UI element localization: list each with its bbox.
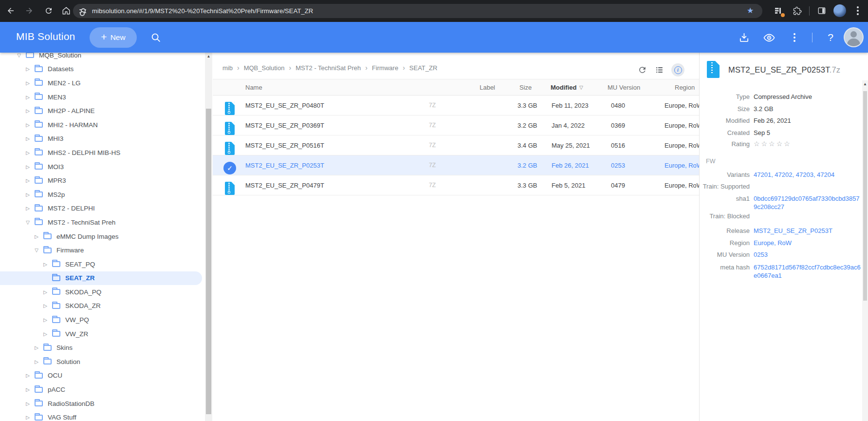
list-view-icon[interactable] [654, 65, 664, 75]
chevron-right-icon[interactable] [24, 206, 32, 211]
sidebar-item-mqb-solution[interactable]: MQB_Solution [0, 53, 205, 62]
sidebar-item-mpr3[interactable]: MPR3 [0, 173, 205, 188]
file-name[interactable]: MST2_EU_SE_ZR_P0253T [245, 162, 324, 169]
bookmark-star-icon[interactable]: ★ [747, 6, 754, 15]
meta-hash-link[interactable]: 6752d8171d567f82ccf7cdbc8ec39ac6e0667ea1 [754, 263, 863, 280]
sidebar-item-ms2p[interactable]: MS2p [0, 188, 205, 202]
url-text[interactable]: mibsolution.one/#/1/9/MST2%20-%20TechniS… [92, 7, 313, 15]
sidebar-item-skoda-pq[interactable]: SKODA_PQ [0, 285, 205, 299]
sidebar-item-mst2-delphi[interactable]: MST2 - DELPHI [0, 202, 205, 216]
column-header-modified[interactable]: Modified [551, 84, 576, 91]
search-icon[interactable] [150, 32, 162, 43]
release-link[interactable]: MST2_EU_SE_ZR_P0253T [754, 227, 863, 235]
sidebar-item-vw-zr[interactable]: VW_ZR [0, 327, 205, 341]
reload-icon[interactable] [43, 5, 55, 17]
chevron-right-icon[interactable] [41, 317, 49, 323]
sidebar-item-vw-pq[interactable]: VW_PQ [0, 313, 205, 327]
file-name[interactable]: MST2_EU_SE_ZR_P0479T [245, 182, 324, 189]
breadcrumb-item[interactable]: Firmware [372, 64, 398, 72]
chevron-right-icon[interactable] [24, 95, 32, 100]
info-toggle-button[interactable]: i [671, 63, 684, 77]
chevron-right-icon[interactable] [24, 108, 32, 114]
sort-descending-icon[interactable]: ▽ [579, 85, 583, 90]
chevron-down-icon[interactable] [33, 248, 40, 253]
browser-profile-avatar[interactable] [833, 4, 846, 17]
sidebar-item-emmc-dump-images[interactable]: eMMC Dump Images [0, 230, 205, 244]
download-icon[interactable] [738, 32, 750, 43]
side-panel-icon[interactable] [816, 5, 828, 17]
file-name[interactable]: MST2_EU_SE_ZR_P0480T [245, 102, 324, 109]
chevron-down-icon[interactable] [24, 220, 32, 225]
sidebar-item-mh2p-alpine[interactable]: MH2P - ALPINE [0, 104, 205, 118]
chevron-right-icon[interactable] [41, 303, 49, 308]
chevron-right-icon[interactable] [41, 331, 49, 337]
chevron-right-icon[interactable] [24, 387, 32, 392]
chevron-right-icon[interactable] [24, 122, 32, 128]
help-icon[interactable]: ? [825, 32, 836, 43]
file-name[interactable]: MST2_EU_SE_ZR_P0369T [245, 122, 324, 129]
sidebar-item-datasets[interactable]: Datasets [0, 62, 205, 77]
extensions-puzzle-icon[interactable] [792, 5, 803, 17]
url-bar[interactable]: mibsolution.one/#/1/9/MST2%20-%20TechniS… [73, 4, 762, 18]
chevron-right-icon[interactable] [24, 164, 32, 170]
chevron-right-icon[interactable] [24, 415, 32, 420]
site-settings-icon[interactable] [79, 7, 87, 15]
chevron-right-icon[interactable] [24, 192, 32, 197]
sidebar-item-seat-zr[interactable]: SEAT_ZR [0, 271, 202, 286]
file-row-selected[interactable]: ✓ MST2_EU_SE_ZR_P0253T 7Z 3.2 GB Feb 26,… [213, 155, 699, 175]
file-row[interactable]: MST2_EU_SE_ZR_P0369T 7Z 3.2 GB Jan 4, 20… [213, 115, 699, 135]
column-header-mu-version[interactable]: MU Version [608, 84, 640, 91]
column-header-region[interactable]: Region [675, 84, 695, 91]
sidebar-item-solution[interactable]: Solution [0, 355, 205, 369]
variants-links[interactable]: 47201, 47202, 47203, 47204 [754, 171, 863, 179]
home-icon[interactable] [60, 5, 72, 17]
sidebar-item-mhs2-delphi[interactable]: MHS2 - DELPHI MIB-HS [0, 146, 205, 160]
chevron-right-icon[interactable] [33, 345, 40, 350]
details-scrollbar[interactable]: ▲ [862, 80, 868, 421]
sidebar-scrollbar-thumb[interactable] [206, 109, 211, 414]
scroll-up-arrow-icon[interactable]: ▲ [205, 54, 212, 58]
breadcrumb-item[interactable]: MQB_Solution [244, 64, 285, 72]
breadcrumb-item[interactable]: MST2 - TechniSat Preh [295, 64, 361, 72]
extension-badge-icon[interactable] [772, 5, 784, 17]
chevron-right-icon[interactable] [33, 234, 40, 239]
sidebar-scrollbar[interactable]: ▲ [205, 53, 212, 421]
sidebar-item-men3[interactable]: MEN3 [0, 90, 205, 104]
chevron-right-icon[interactable] [24, 150, 32, 155]
sidebar-item-men2-lg[interactable]: MEN2 - LG [0, 76, 205, 90]
sidebar-item-seat-pq[interactable]: SEAT_PQ [0, 257, 205, 271]
chevron-right-icon[interactable] [33, 359, 40, 364]
sidebar-item-skins[interactable]: Skins [0, 341, 205, 355]
chevron-right-icon[interactable] [24, 178, 32, 183]
details-scrollbar-thumb[interactable] [863, 91, 867, 301]
file-row[interactable]: MST2_EU_SE_ZR_P0479T 7Z 3.3 GB Feb 5, 20… [213, 175, 699, 195]
selected-check-icon[interactable]: ✓ [223, 162, 236, 174]
chevron-right-icon[interactable] [41, 262, 49, 267]
browser-menu-icon[interactable] [852, 5, 864, 17]
sidebar-item-skoda-zr[interactable]: SKODA_ZR [0, 299, 205, 313]
rating-stars-icon[interactable]: ☆☆☆☆☆ [754, 140, 863, 148]
column-header-size[interactable]: Size [519, 84, 532, 91]
chevron-right-icon[interactable] [24, 136, 32, 141]
refresh-icon[interactable] [637, 65, 647, 75]
sidebar-item-pacc[interactable]: pACC [0, 383, 205, 397]
file-row[interactable]: MST2_EU_SE_ZR_P0480T 7Z 3.3 GB Feb 11, 2… [213, 96, 699, 115]
breadcrumb-item[interactable]: SEAT_ZR [409, 64, 438, 72]
sha1-link[interactable]: 0bdcc697129dc0765af7330bcbd38579c208cc27 [754, 194, 863, 211]
account-avatar[interactable] [844, 27, 864, 47]
sidebar-item-moi3[interactable]: MOI3 [0, 160, 205, 174]
chevron-right-icon[interactable] [24, 80, 32, 86]
sidebar-item-ocu[interactable]: OCU [0, 369, 205, 383]
region-link[interactable]: Europe, RoW [754, 239, 863, 247]
back-icon[interactable] [5, 5, 17, 17]
more-options-icon[interactable] [789, 32, 800, 43]
breadcrumb-item[interactable]: mib [222, 64, 233, 72]
column-header-label[interactable]: Label [468, 84, 495, 91]
forward-icon[interactable] [23, 5, 35, 17]
sidebar-item-vag-stuff[interactable]: VAG Stuff [0, 410, 205, 421]
chevron-right-icon[interactable] [24, 66, 32, 72]
sidebar-item-mhi3[interactable]: MHI3 [0, 132, 205, 146]
sidebar-item-firmware[interactable]: Firmware [0, 243, 205, 257]
watch-eye-icon[interactable] [763, 32, 775, 43]
sidebar-item-mhi2-harman[interactable]: MHI2 - HARMAN [0, 118, 205, 132]
